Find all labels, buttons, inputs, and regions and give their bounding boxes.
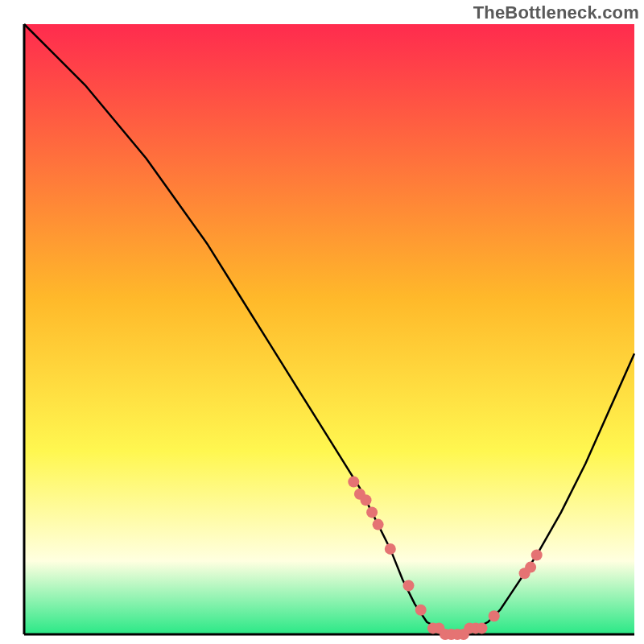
data-point	[477, 622, 488, 634]
watermark-text: TheBottleneck.com	[473, 2, 639, 23]
bottleneck-chart: TheBottleneck.com	[0, 0, 644, 644]
data-point	[385, 543, 396, 555]
chart-svg	[0, 0, 644, 644]
data-point	[489, 610, 500, 621]
data-point	[403, 580, 415, 591]
data-point	[531, 550, 543, 561]
data-point	[415, 605, 427, 616]
data-point	[361, 494, 372, 506]
data-point	[373, 519, 384, 530]
data-point	[366, 506, 378, 518]
data-point	[525, 562, 536, 573]
data-point	[348, 477, 359, 488]
